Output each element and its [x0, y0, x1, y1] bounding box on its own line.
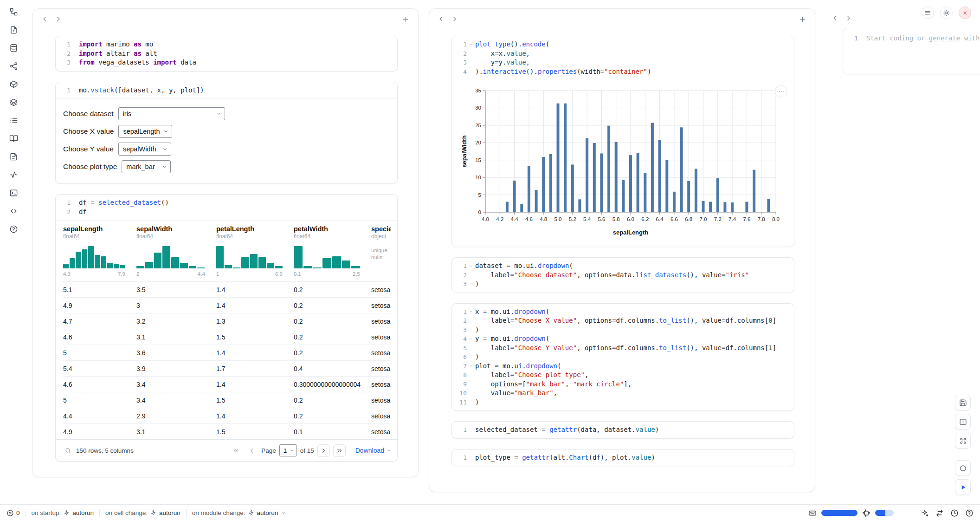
page-total: of 15: [300, 447, 314, 454]
command-palette-button[interactable]: [955, 433, 971, 449]
chevron-right-icon: [845, 14, 852, 22]
x-value-select[interactable]: sepalLength: [118, 125, 172, 138]
code-line: 6): [454, 352, 787, 362]
svg-text:6.6: 6.6: [671, 216, 678, 222]
fold-chevron-icon[interactable]: [467, 362, 475, 371]
sidebar-item-help[interactable]: [7, 224, 19, 236]
run-setting-module-change[interactable]: on module change:autorun: [192, 509, 287, 516]
shutdown-button[interactable]: [959, 7, 971, 19]
chevron-right-icon: [55, 15, 62, 23]
toggle-panel-button[interactable]: [955, 414, 971, 430]
generate-with-ai-link[interactable]: generate: [929, 34, 960, 42]
plot-type-select[interactable]: mark_bar: [122, 160, 171, 173]
column-scroll-right-button[interactable]: [842, 11, 856, 25]
dependencies-icon: [9, 80, 18, 90]
sidebar-item-snippets[interactable]: [7, 206, 19, 218]
left-cells-container: 1import marimo as mo2import altair as al…: [33, 29, 418, 471]
next-page-button[interactable]: [317, 444, 330, 457]
fold-chevron-icon[interactable]: [467, 261, 475, 271]
fold-chevron-icon[interactable]: [467, 334, 475, 344]
download-button[interactable]: Download: [355, 447, 392, 454]
column-scroll-right-button[interactable]: [52, 12, 65, 26]
column-scroll-left-button[interactable]: [434, 12, 448, 26]
code-editor-vstack[interactable]: 1mo.vstack([dataset, x, y, plot]): [56, 82, 397, 99]
empty-cell[interactable]: 1 Start coding or generate with AI: [843, 28, 980, 74]
table-search-button[interactable]: [63, 444, 72, 457]
ai-sparkles-icon[interactable]: [921, 509, 929, 517]
fold-spacer: [858, 34, 866, 43]
first-page-button[interactable]: [230, 444, 242, 457]
code-editor-dataset[interactable]: 1dataset = mo.ui.dropdown(2 label="Choos…: [452, 258, 794, 293]
fold-spacer: [467, 389, 475, 398]
column-header-petalWidth[interactable]: petalWidthfloat640.12.5: [294, 221, 371, 281]
run-all-button[interactable]: [955, 479, 971, 495]
cell-xy-plot-dropdowns: 1x = mo.ui.dropdown(2 label="Choose X va…: [451, 303, 794, 411]
add-cell-button[interactable]: [399, 12, 413, 26]
status-bar: 0 on startup:autorunon cell change:autor…: [0, 504, 980, 521]
sidebar-item-outline[interactable]: [7, 115, 19, 127]
table-row: 4.63.11.50.2setosa: [63, 329, 391, 345]
table-row: 5.43.91.70.4setosa: [63, 360, 391, 376]
control-row: Choose X valuesepalLength: [63, 125, 390, 138]
svg-text:15: 15: [475, 157, 481, 163]
svg-text:10: 10: [475, 175, 481, 180]
errors-indicator[interactable]: 0: [6, 509, 20, 517]
add-cell-button[interactable]: [795, 12, 809, 26]
search-icon: [64, 447, 71, 454]
sidebar-item-dependencies[interactable]: [7, 79, 19, 91]
sidebar-item-variables[interactable]: [7, 61, 19, 73]
notebook-menu-button[interactable]: [922, 7, 934, 19]
page-select[interactable]: 1: [279, 444, 297, 456]
svg-text:6.2: 6.2: [641, 216, 649, 222]
sidebar-item-file-tree[interactable]: [7, 7, 19, 19]
column-header-species[interactable]: speciesobjectuniquenulls:: [371, 221, 391, 263]
line-number: 2: [454, 49, 467, 59]
code-editor-xyplot[interactable]: 1x = mo.ui.dropdown(2 label="Choose X va…: [452, 304, 794, 411]
svg-text:5.6: 5.6: [598, 216, 605, 222]
sidebar-item-packages[interactable]: [7, 97, 19, 109]
sidebar-item-marimo-file[interactable]: f: [7, 25, 19, 37]
code-editor-selected-dataset[interactable]: 1selected_dataset = getattr(data, datase…: [452, 422, 794, 438]
line-number: 1: [58, 198, 71, 208]
altair-bar-chart[interactable]: 4.04.24.44.64.85.05.25.45.65.86.06.26.46…: [459, 85, 787, 240]
code-editor-plot-type[interactable]: 1plot_type = getattr(alt.Chart(df), plot…: [452, 449, 794, 466]
stop-button[interactable]: [955, 460, 971, 476]
chart-actions-button[interactable]: [775, 85, 787, 98]
table-row: 53.41.50.2setosa: [63, 392, 391, 408]
run-setting-startup[interactable]: on startup:autorun: [32, 509, 94, 516]
column-header-sepalWidth[interactable]: sepalWidthfloat6424.4: [136, 221, 216, 281]
code-editor-plot[interactable]: 1plot_type().encode(2 x=x.value,3 y=y.va…: [452, 36, 794, 80]
y-value-select[interactable]: sepalWidth: [118, 143, 171, 156]
sidebar-item-documentation[interactable]: [7, 133, 19, 145]
fold-chevron-icon[interactable]: [467, 40, 475, 49]
code-line: 3 y=y.value,: [454, 58, 787, 67]
column-header-petalLength[interactable]: petalLengthfloat6416.9: [216, 221, 294, 281]
fold-chevron-icon[interactable]: [467, 307, 475, 317]
column-stats: uniquenulls:: [371, 247, 391, 261]
help-icon[interactable]: [965, 509, 974, 517]
run-setting-cell-change[interactable]: on cell change:autorun: [105, 509, 181, 516]
sidebar-item-logs[interactable]: [7, 151, 19, 163]
sidebar-item-tracing[interactable]: [7, 169, 19, 182]
fold-spacer: [467, 316, 475, 326]
column-scroll-right-button[interactable]: [448, 12, 462, 26]
fold-spacer: [467, 352, 475, 362]
prev-page-button[interactable]: [245, 444, 258, 457]
sidebar-item-terminal[interactable]: [7, 188, 19, 200]
column-scroll-left-button[interactable]: [828, 11, 842, 25]
export-button[interactable]: [955, 395, 971, 410]
svg-text:sepalLength: sepalLength: [613, 229, 649, 236]
swap-arrows-icon[interactable]: [935, 509, 944, 517]
column-histogram: [63, 244, 125, 268]
settings-button[interactable]: [940, 7, 953, 19]
code-editor-dataframe[interactable]: 1df = selected_dataset()2df: [56, 195, 397, 220]
code-editor-imports[interactable]: 1import marimo as mo2import altair as al…: [56, 36, 397, 71]
keyboard-icon[interactable]: [808, 509, 817, 517]
code-line: 2 x=x.value,: [454, 49, 787, 59]
sidebar-item-database[interactable]: [7, 43, 19, 55]
column-header-sepalLength[interactable]: sepalLengthfloat644.37.9: [63, 221, 136, 281]
column-scroll-left-button[interactable]: [38, 12, 52, 26]
dataset-select[interactable]: iris: [118, 107, 225, 120]
last-page-button[interactable]: [333, 444, 346, 457]
history-clock-icon[interactable]: [950, 509, 959, 517]
